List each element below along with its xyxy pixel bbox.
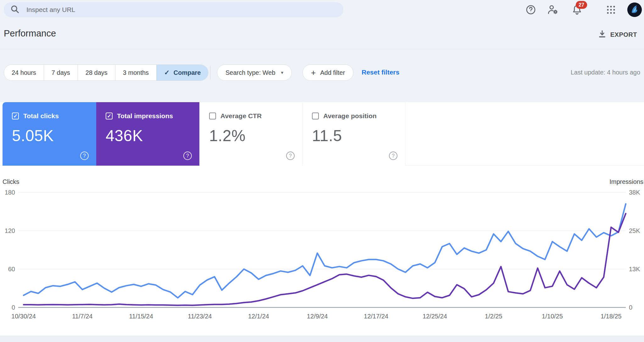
svg-text:11/23/24: 11/23/24 — [188, 313, 212, 320]
metric-cards: ✓ Total clicks 5.05K ? ✓ Total impressio… — [0, 102, 644, 166]
total-clicks-value: 5.05K — [12, 127, 96, 145]
checkbox-average-position[interactable] — [312, 113, 319, 119]
avatar[interactable] — [627, 3, 642, 17]
help-icon[interactable]: ? — [286, 152, 295, 160]
export-label: EXPORT — [610, 31, 637, 38]
card-label: Average position — [323, 112, 377, 120]
svg-text:120: 120 — [5, 227, 15, 234]
svg-text:12/17/24: 12/17/24 — [364, 313, 388, 320]
help-icon[interactable]: ? — [183, 152, 192, 160]
range-24-hours[interactable]: 24 hours — [4, 65, 44, 80]
page-title: Performance — [4, 28, 56, 39]
add-filter-label: Add filter — [320, 69, 345, 76]
search-type-dropdown[interactable]: Search type: Web ▾ — [217, 64, 292, 81]
user-settings-icon[interactable] — [545, 2, 560, 17]
line-chart-svg: ClicksImpressions18038K12025K6013K0010/3… — [0, 174, 644, 332]
compare-label: Compare — [174, 69, 201, 76]
range-28-days[interactable]: 28 days — [78, 65, 115, 80]
svg-text:25K: 25K — [629, 227, 640, 234]
svg-text:11/7/24: 11/7/24 — [72, 313, 92, 320]
svg-text:0: 0 — [12, 304, 15, 311]
page-header: Performance EXPORT — [0, 20, 644, 49]
notifications-button[interactable]: 27 — [569, 2, 585, 17]
export-button[interactable]: EXPORT — [595, 27, 640, 42]
svg-text:12/9/24: 12/9/24 — [307, 313, 328, 320]
card-total-clicks[interactable]: ✓ Total clicks 5.05K ? — [3, 102, 96, 166]
add-filter-button[interactable]: + Add filter — [303, 64, 353, 81]
filter-separator — [210, 66, 210, 80]
search-icon — [10, 4, 19, 15]
top-bar: 27 — [0, 0, 644, 20]
apps-grid-icon[interactable] — [603, 2, 619, 17]
svg-text:Impressions: Impressions — [609, 178, 643, 185]
range-7-days[interactable]: 7 days — [44, 65, 78, 80]
svg-text:13K: 13K — [629, 266, 640, 273]
date-range-group: 24 hours 7 days 28 days 3 months ✓ Compa… — [4, 64, 208, 81]
help-icon[interactable]: ? — [80, 152, 89, 160]
card-label: Total impressions — [117, 112, 173, 120]
download-icon — [598, 30, 607, 40]
svg-text:1/10/25: 1/10/25 — [542, 313, 563, 320]
bottom-strip — [0, 336, 644, 342]
svg-text:60: 60 — [8, 266, 15, 273]
card-label: Total clicks — [23, 112, 59, 120]
last-update-text: Last update: 4 hours ago — [571, 69, 640, 76]
search-type-label: Search type: Web — [225, 69, 275, 76]
help-button[interactable] — [523, 2, 538, 17]
svg-text:11/15/24: 11/15/24 — [129, 313, 153, 320]
filter-row: 24 hours 7 days 28 days 3 months ✓ Compa… — [0, 49, 644, 84]
reset-filters-link[interactable]: Reset filters — [362, 69, 399, 76]
card-average-position[interactable]: Average position 11.5 ? — [302, 102, 405, 166]
svg-text:12/1/24: 12/1/24 — [248, 313, 269, 320]
svg-text:0: 0 — [629, 304, 632, 311]
range-3-months[interactable]: 3 months — [115, 65, 157, 80]
url-inspect-searchbar[interactable] — [4, 2, 343, 17]
chevron-down-icon: ▾ — [281, 70, 284, 75]
svg-text:38K: 38K — [629, 189, 640, 196]
checkbox-total-impressions[interactable]: ✓ — [106, 113, 113, 119]
search-input[interactable] — [26, 6, 309, 14]
check-icon: ✓ — [164, 69, 170, 76]
compare-toggle[interactable]: ✓ Compare — [157, 65, 208, 80]
checkbox-average-ctr[interactable] — [209, 113, 216, 119]
checkbox-total-clicks[interactable]: ✓ — [12, 113, 19, 119]
svg-text:12/25/24: 12/25/24 — [423, 313, 447, 320]
card-average-ctr[interactable]: Average CTR 1.2% ? — [199, 102, 302, 166]
average-ctr-value: 1.2% — [209, 127, 302, 145]
card-label: Average CTR — [220, 112, 262, 120]
notification-badge: 27 — [576, 1, 587, 9]
card-total-impressions[interactable]: ✓ Total impressions 436K ? — [96, 102, 199, 166]
help-icon[interactable]: ? — [389, 152, 397, 160]
svg-text:1/18/25: 1/18/25 — [601, 313, 622, 320]
plus-icon: + — [311, 69, 316, 77]
svg-text:180: 180 — [5, 189, 15, 196]
total-impressions-value: 436K — [106, 127, 199, 145]
average-position-value: 11.5 — [312, 127, 405, 145]
svg-text:10/30/24: 10/30/24 — [11, 313, 36, 320]
svg-text:1/2/25: 1/2/25 — [485, 313, 502, 320]
performance-chart[interactable]: ClicksImpressions18038K12025K6013K0010/3… — [0, 174, 644, 332]
svg-text:Clicks: Clicks — [3, 178, 19, 185]
performance-panel: ✓ Total clicks 5.05K ? ✓ Total impressio… — [0, 102, 644, 336]
